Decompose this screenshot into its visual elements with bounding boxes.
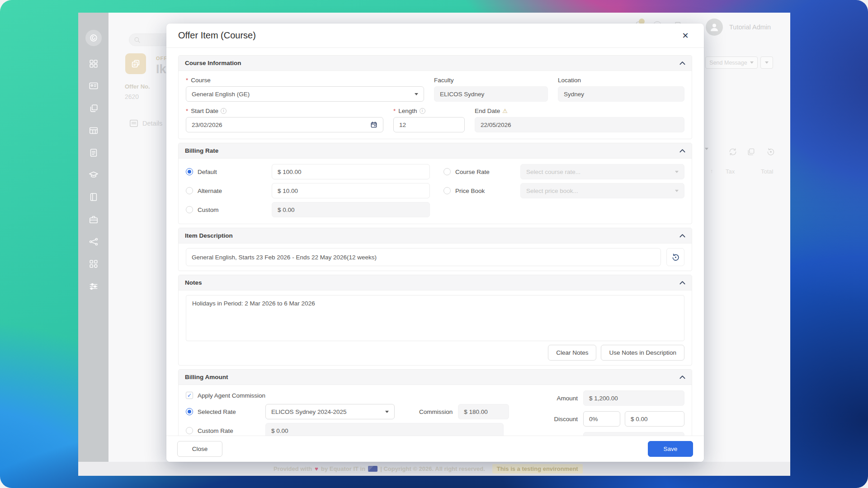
chevron-up-icon[interactable] [679,375,685,379]
column-header-tax: Tax [726,168,735,175]
caret-down-icon [675,171,679,173]
app-logo[interactable] [85,30,102,46]
reset-description-button[interactable] [666,248,684,266]
radio-default[interactable]: Default [186,168,272,175]
save-button[interactable]: Save [648,441,693,457]
history-icon[interactable] [766,147,775,156]
sort-icon[interactable] [710,168,713,174]
radio-price-book-label: Price Book [455,188,485,194]
modal-header: Offer Item (Course) [166,23,704,48]
course-value: General English (GE) [192,91,250,98]
radio-icon[interactable] [186,206,193,213]
radio-icon[interactable] [186,427,193,434]
length-input[interactable]: 12 [393,117,465,132]
section-header[interactable]: Course Information [179,56,692,71]
location-field: Sydney [558,86,684,102]
history-reset-icon [671,253,680,262]
caret-down-icon [705,148,708,150]
radio-icon[interactable] [443,187,451,194]
radio-alternate[interactable]: Alternate [186,187,272,194]
item-description-value: General English, Starts 23 Feb 2026 - En… [192,254,377,261]
modules-icon[interactable] [89,259,99,269]
radio-icon[interactable] [186,187,193,194]
book-icon[interactable] [89,192,99,202]
radio-course-rate-label: Course Rate [455,169,490,175]
section-title: Billing Amount [185,374,228,380]
offer-no-label: Offer No. [125,83,150,90]
section-item-description: Item Description General English, Starts… [178,228,692,271]
section-header[interactable]: Item Description [179,228,692,244]
section-title: Billing Rate [185,147,218,154]
faculty-field: ELICOS Sydney [434,86,548,102]
share-network-icon[interactable] [89,237,99,247]
faculty-value: ELICOS Sydney [440,91,484,98]
radio-price-book[interactable]: Price Book [443,187,520,194]
chevron-up-icon[interactable] [679,149,685,153]
footer-text: by Equator IT in [321,465,365,472]
radio-custom-label: Custom [198,206,219,213]
copy-pages-icon[interactable] [89,103,99,113]
radio-custom-rate-label: Custom Rate [198,427,233,434]
send-message-split-button[interactable] [760,56,773,69]
radio-custom[interactable]: Custom [186,206,272,213]
section-header[interactable]: Billing Rate [179,143,692,159]
grid-icon[interactable] [89,59,99,69]
sliders-icon[interactable] [89,282,99,291]
graduation-cap-icon[interactable] [89,170,99,180]
briefcase-icon[interactable] [89,215,99,225]
close-icon[interactable] [679,29,692,42]
section-header[interactable]: Notes [179,275,692,291]
alternate-rate-input[interactable]: $ 10.00 [272,183,430,198]
modal-footer: Close Save [166,436,704,462]
user-name[interactable]: Tutorial Admin [729,23,771,31]
caret-down-icon [675,190,679,192]
footer-text: Provided with [274,465,312,472]
copy-icon[interactable] [746,147,755,156]
custom-rate-value: $ 0.00 [278,206,295,213]
radio-course-rate[interactable]: Course Rate [443,168,520,175]
radio-icon[interactable] [443,168,451,175]
tab-details[interactable]: Details [129,118,162,128]
item-description-input[interactable]: General English, Starts 23 Feb 2026 - En… [186,248,661,266]
course-select[interactable]: General English (GE) [186,86,424,102]
modal-title: Offer Item (Course) [178,30,256,41]
discount-amount-input[interactable]: $ 0.00 [625,411,684,427]
send-message-button[interactable]: Send Message [705,56,758,69]
clear-notes-button[interactable]: Clear Notes [548,345,596,361]
table-icon[interactable] [89,126,99,136]
radio-custom-rate[interactable]: Custom Rate [186,427,265,434]
radio-icon[interactable] [186,408,193,415]
footer-text: | Copyright © 2026. All right reserved. [380,465,485,472]
refresh-icon[interactable] [728,147,737,156]
chevron-up-icon[interactable] [679,281,685,285]
avatar[interactable] [706,19,723,36]
end-date-value: 22/05/2026 [481,122,511,128]
calendar-icon[interactable] [370,121,377,128]
checkbox-checked-icon[interactable] [186,392,193,399]
radio-selected-rate[interactable]: Selected Rate [186,408,265,415]
chevron-up-icon[interactable] [679,61,685,65]
tax-field: $ 0.00 [583,432,684,436]
page-footer: Provided with by Equator IT in | Copyrig… [78,462,790,476]
id-card-icon[interactable] [89,81,99,91]
location-label: Location [558,76,684,84]
invoice-icon[interactable] [89,148,99,158]
radio-default-label: Default [198,169,217,175]
discount-percent-input[interactable]: 0% [583,411,620,427]
notes-textarea[interactable]: Holidays in Period: 2 Mar 2026 to 6 Mar … [186,295,684,341]
selected-rate-value: ELICOS Sydney 2024-2025 [271,408,347,415]
close-button[interactable]: Close [177,441,222,457]
default-rate-input[interactable]: $ 100.00 [272,164,430,179]
heart-icon [315,465,318,472]
section-billing-rate: Billing Rate Default $ 100 [178,143,692,224]
selected-rate-select[interactable]: ELICOS Sydney 2024-2025 [265,404,395,419]
custom-rate-input: $ 0.00 [272,202,430,217]
use-notes-button[interactable]: Use Notes in Description [601,345,684,361]
notes-value: Holidays in Period: 2 Mar 2026 to 6 Mar … [192,300,315,307]
radio-icon[interactable] [186,168,193,175]
chevron-up-icon[interactable] [679,234,685,238]
price-book-placeholder: Select price book... [526,188,578,194]
section-header[interactable]: Billing Amount [179,370,692,385]
section-title: Course Information [185,60,241,66]
start-date-input[interactable]: 23/02/2026 [186,117,383,132]
